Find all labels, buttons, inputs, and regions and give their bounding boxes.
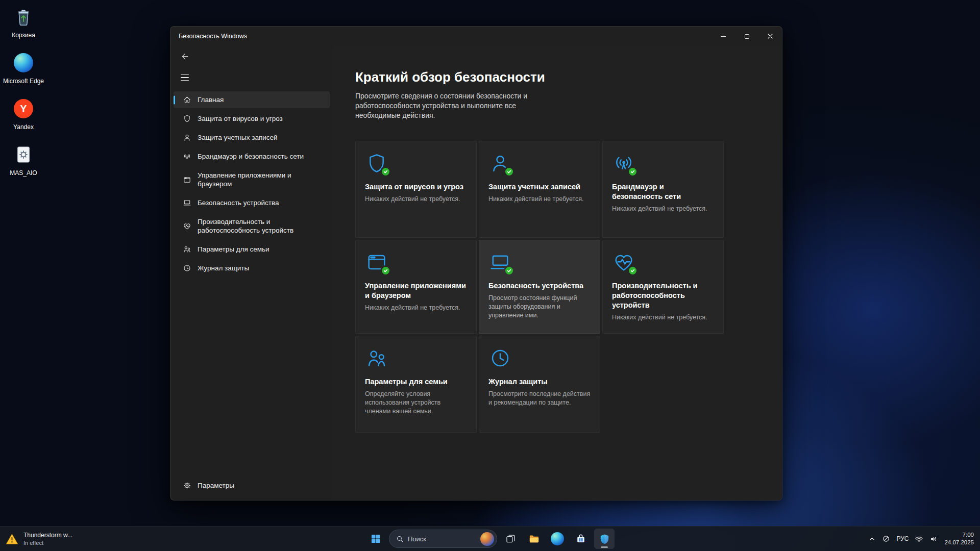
weather-alert-status: In effect bbox=[23, 539, 72, 546]
sidebar-item-label: Управление приложениями и браузером bbox=[198, 171, 325, 188]
sidebar-item-label: Параметры для семьи bbox=[198, 245, 270, 254]
card-device-health[interactable]: Производительность и работоспособность у… bbox=[602, 240, 724, 334]
sidebar-item-label: Безопасность устройства bbox=[198, 198, 279, 207]
close-button[interactable] bbox=[758, 27, 782, 46]
gear-icon bbox=[183, 481, 191, 490]
card-title: Защита учетных записей bbox=[488, 182, 591, 192]
history-icon bbox=[183, 264, 191, 272]
card-virus-protection[interactable]: Защита от вирусов и угроз Никаких действ… bbox=[355, 141, 477, 238]
sidebar-item-account-protection[interactable]: Защита учетных записей bbox=[174, 129, 330, 146]
card-description: Определяйте условия использования устрой… bbox=[365, 390, 467, 416]
sidebar-item-family-options[interactable]: Параметры для семьи bbox=[174, 241, 330, 258]
network-icon bbox=[612, 152, 635, 175]
family-icon bbox=[183, 245, 191, 254]
file-explorer-button[interactable] bbox=[524, 529, 544, 549]
taskbar: Thunderstorm w... In effect bbox=[0, 526, 980, 551]
sidebar-item-settings[interactable]: Параметры bbox=[174, 477, 330, 494]
card-account-protection[interactable]: Защита учетных записей Никаких действий … bbox=[479, 141, 600, 238]
desktop-icon-list: Корзина Microsoft Edge Y Yandex MAS_AIO bbox=[2, 5, 45, 177]
card-title: Брандмауэр и безопасность сети bbox=[612, 182, 714, 202]
minimize-icon bbox=[721, 36, 726, 37]
active-app-indicator bbox=[601, 546, 608, 548]
sidebar-item-label: Главная bbox=[198, 95, 224, 104]
taskbar-search[interactable] bbox=[389, 530, 497, 548]
back-button[interactable] bbox=[176, 48, 194, 64]
apps-icon bbox=[183, 176, 191, 184]
search-highlight-image[interactable] bbox=[480, 532, 494, 546]
card-status: Никаких действий не требуется. bbox=[365, 195, 467, 204]
desktop-icon-yandex[interactable]: Y Yandex bbox=[2, 97, 45, 131]
edge-button[interactable] bbox=[547, 529, 568, 549]
card-title: Защита от вирусов и угроз bbox=[365, 182, 467, 192]
weather-alert-widget[interactable]: Thunderstorm w... In effect bbox=[5, 532, 72, 546]
sidebar: Главная Защита от вирусов и угроз Защита… bbox=[170, 46, 333, 500]
card-title: Управление приложениями и браузером bbox=[365, 281, 467, 300]
desktop-icon-label: MAS_AIO bbox=[10, 169, 37, 177]
person-icon bbox=[488, 152, 512, 175]
search-icon bbox=[396, 535, 404, 543]
status-ok-icon bbox=[380, 265, 391, 276]
sidebar-item-label: Журнал защиты bbox=[198, 264, 249, 272]
sidebar-item-firewall[interactable]: Брандмауэр и безопасность сети bbox=[174, 148, 330, 165]
task-view-button[interactable] bbox=[500, 529, 521, 549]
search-input[interactable] bbox=[408, 535, 476, 543]
card-status: Никаких действий не требуется. bbox=[365, 304, 467, 312]
desktop-icon-mas-aio[interactable]: MAS_AIO bbox=[2, 143, 45, 177]
clock[interactable]: 7:00 24.07.2025 bbox=[944, 531, 974, 546]
task-view-icon bbox=[505, 534, 516, 544]
shield-icon bbox=[183, 114, 191, 123]
sidebar-nav: Главная Защита от вирусов и угроз Защита… bbox=[170, 91, 333, 277]
status-ok-icon bbox=[627, 166, 638, 177]
store-icon bbox=[575, 533, 586, 544]
do-not-disturb-icon[interactable] bbox=[882, 535, 890, 543]
sidebar-item-virus-protection[interactable]: Защита от вирусов и угроз bbox=[174, 110, 330, 127]
card-app-browser-control[interactable]: Управление приложениями и браузером Ника… bbox=[355, 240, 477, 334]
sidebar-item-protection-history[interactable]: Журнал защиты bbox=[174, 260, 330, 277]
store-button[interactable] bbox=[571, 529, 591, 549]
sidebar-item-app-browser-control[interactable]: Управление приложениями и браузером bbox=[174, 167, 330, 192]
taskbar-center bbox=[365, 529, 615, 549]
clock-date: 24.07.2025 bbox=[944, 539, 974, 546]
wifi-icon[interactable] bbox=[915, 535, 923, 543]
mas-aio-icon bbox=[14, 143, 33, 166]
system-tray: РУС 7:00 24.07.2025 bbox=[868, 531, 974, 546]
maximize-button[interactable] bbox=[735, 27, 758, 46]
hamburger-icon bbox=[181, 74, 189, 76]
page-subtitle: Просмотрите сведения о состоянии безопас… bbox=[355, 91, 551, 120]
sidebar-item-home[interactable]: Главная bbox=[174, 91, 330, 108]
language-indicator[interactable]: РУС bbox=[896, 535, 909, 542]
desktop-icon-recycle-bin[interactable]: Корзина bbox=[2, 5, 45, 39]
weather-alert-title: Thunderstorm w... bbox=[23, 532, 72, 539]
card-device-security[interactable]: Безопасность устройства Просмотр состоян… bbox=[479, 240, 600, 334]
desktop: { "desktop": { "icons": [ { "label": "Ко… bbox=[0, 0, 980, 551]
volume-icon[interactable] bbox=[929, 535, 938, 543]
card-protection-history[interactable]: Журнал защиты Просмотрите последние дейс… bbox=[479, 336, 600, 433]
desktop-icon-edge[interactable]: Microsoft Edge bbox=[2, 51, 45, 85]
sidebar-item-label: Параметры bbox=[198, 481, 234, 490]
edge-icon bbox=[14, 51, 33, 74]
card-firewall[interactable]: Брандмауэр и безопасность сети Никаких д… bbox=[602, 141, 724, 238]
windows-security-icon bbox=[599, 533, 610, 545]
sidebar-item-device-health[interactable]: Производительность и работоспособность у… bbox=[174, 213, 330, 239]
home-icon bbox=[183, 95, 191, 104]
page-title: Краткий обзор безопасности bbox=[355, 69, 782, 85]
sidebar-item-device-security[interactable]: Безопасность устройства bbox=[174, 194, 330, 211]
chevron-up-icon[interactable] bbox=[868, 535, 876, 543]
card-family-options[interactable]: Параметры для семьи Определяйте условия … bbox=[355, 336, 477, 433]
start-button[interactable] bbox=[365, 529, 386, 549]
recycle-bin-icon bbox=[14, 5, 33, 29]
status-ok-icon bbox=[380, 166, 391, 177]
card-title: Журнал защиты bbox=[488, 377, 591, 387]
file-explorer-icon bbox=[528, 533, 540, 545]
shield-icon bbox=[365, 152, 388, 175]
status-ok-icon bbox=[627, 265, 638, 276]
minimize-button[interactable] bbox=[712, 27, 735, 46]
windows-security-button[interactable] bbox=[594, 529, 615, 549]
maximize-icon bbox=[745, 34, 749, 39]
security-card-grid: Защита от вирусов и угроз Никаких действ… bbox=[355, 141, 782, 433]
health-icon bbox=[183, 222, 191, 231]
nav-menu-button[interactable] bbox=[176, 70, 194, 85]
card-description: Просмотр состояния функций защиты оборуд… bbox=[488, 294, 591, 320]
titlebar[interactable]: Безопасность Windows bbox=[170, 27, 782, 46]
family-icon bbox=[365, 346, 388, 370]
